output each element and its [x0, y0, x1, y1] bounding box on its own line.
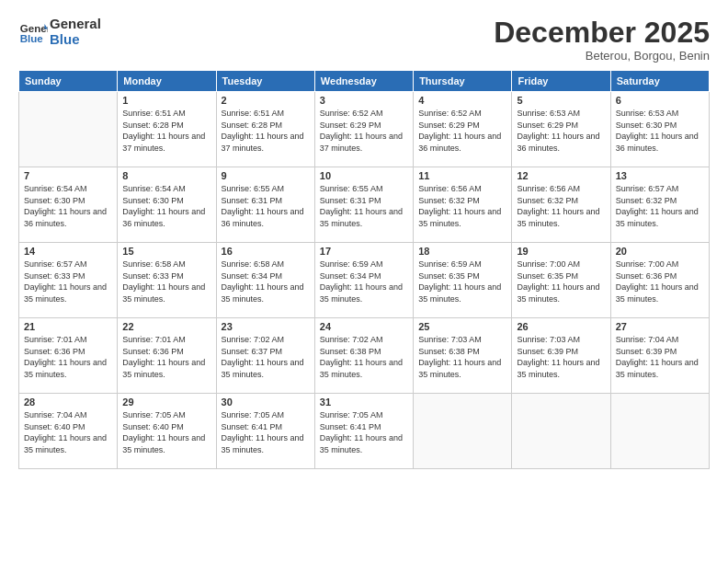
day-number: 12 [517, 170, 605, 181]
day-info: Sunrise: 6:56 AMSunset: 6:32 PMDaylight:… [418, 183, 506, 229]
table-row [512, 394, 610, 469]
table-row: 29Sunrise: 7:05 AMSunset: 6:40 PMDayligh… [118, 394, 216, 469]
day-number: 28 [24, 396, 112, 408]
col-monday: Monday [118, 71, 216, 92]
day-number: 14 [24, 246, 112, 257]
day-number: 3 [320, 95, 408, 106]
svg-text:Blue: Blue [20, 32, 44, 43]
table-row: 10Sunrise: 6:55 AMSunset: 6:31 PMDayligh… [314, 167, 413, 243]
col-friday: Friday [512, 71, 610, 92]
title-block: December 2025 Beterou, Borgou, Benin [494, 17, 710, 63]
day-info: Sunrise: 7:04 AMSunset: 6:40 PMDaylight:… [24, 409, 112, 455]
table-row: 7Sunrise: 6:54 AMSunset: 6:30 PMDaylight… [19, 167, 118, 243]
day-info: Sunrise: 6:53 AMSunset: 6:30 PMDaylight:… [616, 108, 704, 154]
table-row: 5Sunrise: 6:53 AMSunset: 6:29 PMDaylight… [512, 92, 610, 167]
table-row: 6Sunrise: 6:53 AMSunset: 6:30 PMDaylight… [610, 92, 709, 167]
day-number: 21 [24, 321, 112, 332]
calendar-week-row: 21Sunrise: 7:01 AMSunset: 6:36 PMDayligh… [19, 318, 710, 394]
col-saturday: Saturday [610, 71, 709, 92]
calendar-week-row: 28Sunrise: 7:04 AMSunset: 6:40 PMDayligh… [19, 394, 710, 469]
table-row: 19Sunrise: 7:00 AMSunset: 6:35 PMDayligh… [512, 243, 610, 318]
table-row: 9Sunrise: 6:55 AMSunset: 6:31 PMDaylight… [216, 167, 314, 243]
table-row: 14Sunrise: 6:57 AMSunset: 6:33 PMDayligh… [19, 243, 118, 318]
day-number: 17 [320, 246, 408, 257]
day-info: Sunrise: 6:52 AMSunset: 6:29 PMDaylight:… [320, 108, 408, 154]
day-number: 1 [122, 95, 210, 106]
day-number: 30 [222, 396, 310, 408]
table-row: 25Sunrise: 7:03 AMSunset: 6:38 PMDayligh… [414, 318, 512, 394]
day-info: Sunrise: 6:59 AMSunset: 6:35 PMDaylight:… [418, 259, 506, 304]
col-wednesday: Wednesday [314, 71, 413, 92]
table-row: 8Sunrise: 6:54 AMSunset: 6:30 PMDaylight… [118, 167, 216, 243]
day-info: Sunrise: 7:02 AMSunset: 6:37 PMDaylight:… [222, 334, 310, 380]
table-row: 1Sunrise: 6:51 AMSunset: 6:28 PMDaylight… [118, 92, 216, 167]
col-thursday: Thursday [414, 71, 512, 92]
day-info: Sunrise: 6:53 AMSunset: 6:29 PMDaylight:… [517, 108, 605, 154]
table-row: 4Sunrise: 6:52 AMSunset: 6:29 PMDaylight… [414, 92, 512, 167]
day-info: Sunrise: 6:55 AMSunset: 6:31 PMDaylight:… [222, 183, 310, 229]
day-info: Sunrise: 6:52 AMSunset: 6:29 PMDaylight:… [418, 108, 506, 154]
day-number: 9 [222, 170, 310, 181]
table-row: 3Sunrise: 6:52 AMSunset: 6:29 PMDaylight… [314, 92, 413, 167]
day-info: Sunrise: 7:05 AMSunset: 6:41 PMDaylight:… [320, 409, 408, 455]
logo: General Blue General Blue [18, 17, 101, 47]
day-number: 22 [122, 321, 210, 332]
day-number: 29 [122, 396, 210, 408]
day-info: Sunrise: 7:00 AMSunset: 6:36 PMDaylight:… [616, 259, 704, 304]
day-info: Sunrise: 7:02 AMSunset: 6:38 PMDaylight:… [320, 334, 408, 380]
table-row [610, 394, 709, 469]
day-number: 18 [418, 246, 506, 257]
day-info: Sunrise: 7:03 AMSunset: 6:39 PMDaylight:… [517, 334, 605, 380]
day-number: 23 [222, 321, 310, 332]
day-number: 10 [320, 170, 408, 181]
day-info: Sunrise: 6:51 AMSunset: 6:28 PMDaylight:… [122, 108, 210, 154]
day-number: 31 [320, 396, 408, 408]
day-info: Sunrise: 7:00 AMSunset: 6:35 PMDaylight:… [517, 259, 605, 304]
day-info: Sunrise: 6:59 AMSunset: 6:34 PMDaylight:… [320, 259, 408, 304]
day-number: 15 [122, 246, 210, 257]
table-row: 31Sunrise: 7:05 AMSunset: 6:41 PMDayligh… [314, 394, 413, 469]
day-info: Sunrise: 6:54 AMSunset: 6:30 PMDaylight:… [24, 183, 112, 229]
calendar-header-row: Sunday Monday Tuesday Wednesday Thursday… [19, 71, 710, 92]
day-number: 6 [616, 95, 704, 106]
day-number: 16 [222, 246, 310, 257]
col-sunday: Sunday [19, 71, 118, 92]
table-row: 30Sunrise: 7:05 AMSunset: 6:41 PMDayligh… [216, 394, 314, 469]
calendar-week-row: 1Sunrise: 6:51 AMSunset: 6:28 PMDaylight… [19, 92, 710, 167]
table-row: 17Sunrise: 6:59 AMSunset: 6:34 PMDayligh… [314, 243, 413, 318]
day-info: Sunrise: 6:55 AMSunset: 6:31 PMDaylight:… [320, 183, 408, 229]
table-row: 21Sunrise: 7:01 AMSunset: 6:36 PMDayligh… [19, 318, 118, 394]
day-info: Sunrise: 6:56 AMSunset: 6:32 PMDaylight:… [517, 183, 605, 229]
day-info: Sunrise: 6:58 AMSunset: 6:33 PMDaylight:… [122, 259, 210, 304]
day-info: Sunrise: 6:57 AMSunset: 6:33 PMDaylight:… [24, 259, 112, 304]
day-number: 5 [517, 95, 605, 106]
table-row: 11Sunrise: 6:56 AMSunset: 6:32 PMDayligh… [414, 167, 512, 243]
logo-blue: Blue [50, 32, 101, 48]
table-row [19, 92, 118, 167]
month-title: December 2025 [494, 17, 710, 49]
page-header: General Blue General Blue December 2025 … [18, 17, 710, 63]
calendar-table: Sunday Monday Tuesday Wednesday Thursday… [18, 70, 710, 469]
table-row: 22Sunrise: 7:01 AMSunset: 6:36 PMDayligh… [118, 318, 216, 394]
day-number: 2 [222, 95, 310, 106]
day-info: Sunrise: 6:58 AMSunset: 6:34 PMDaylight:… [222, 259, 310, 304]
day-number: 27 [616, 321, 704, 332]
table-row: 15Sunrise: 6:58 AMSunset: 6:33 PMDayligh… [118, 243, 216, 318]
logo-text: General Blue [50, 17, 101, 47]
day-info: Sunrise: 6:51 AMSunset: 6:28 PMDaylight:… [222, 108, 310, 154]
day-number: 7 [24, 170, 112, 181]
logo-general: General [50, 17, 101, 32]
logo-icon: General Blue [18, 17, 48, 47]
table-row: 26Sunrise: 7:03 AMSunset: 6:39 PMDayligh… [512, 318, 610, 394]
day-info: Sunrise: 6:54 AMSunset: 6:30 PMDaylight:… [122, 183, 210, 229]
table-row: 16Sunrise: 6:58 AMSunset: 6:34 PMDayligh… [216, 243, 314, 318]
day-number: 11 [418, 170, 506, 181]
location-subtitle: Beterou, Borgou, Benin [494, 49, 710, 63]
day-info: Sunrise: 7:05 AMSunset: 6:40 PMDaylight:… [122, 409, 210, 455]
day-number: 19 [517, 246, 605, 257]
table-row: 13Sunrise: 6:57 AMSunset: 6:32 PMDayligh… [610, 167, 709, 243]
table-row: 28Sunrise: 7:04 AMSunset: 6:40 PMDayligh… [19, 394, 118, 469]
table-row: 12Sunrise: 6:56 AMSunset: 6:32 PMDayligh… [512, 167, 610, 243]
table-row: 20Sunrise: 7:00 AMSunset: 6:36 PMDayligh… [610, 243, 709, 318]
day-info: Sunrise: 7:03 AMSunset: 6:38 PMDaylight:… [418, 334, 506, 380]
